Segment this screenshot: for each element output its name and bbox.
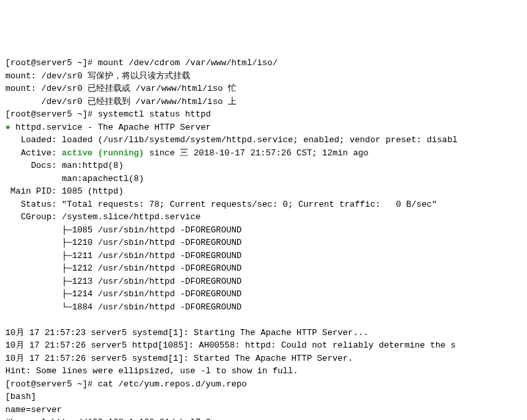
terminal-text: Hint: Some lines were ellipsized, use -l… [5, 366, 298, 376]
terminal-text: CGroup: /system.slice/httpd.service [5, 212, 200, 222]
terminal-line: ├─1211 /usr/sbin/httpd -DFOREGROUND [5, 249, 522, 263]
terminal-line: /dev/sr0 已经挂载到 /var/www/html/iso 上 [5, 95, 522, 109]
terminal-text: active (running) [62, 148, 144, 158]
terminal-line: ● httpd.service - The Apache HTTP Server [5, 121, 522, 134]
terminal-text: ● [5, 122, 16, 132]
terminal-line: Status: "Total requests: 78; Current req… [5, 198, 522, 211]
terminal-line: CGroup: /system.slice/httpd.service [5, 211, 522, 224]
terminal-text: Docs: man:httpd(8) [5, 161, 123, 171]
terminal-line [5, 313, 522, 327]
terminal-text: Loaded: loaded (/usr/lib/systemd/system/… [5, 135, 458, 145]
terminal-line: mount: /dev/sr0 已经挂载或 /var/www/html/iso … [5, 82, 522, 95]
terminal-line: Main PID: 1085 (httpd) [5, 185, 522, 198]
terminal-line: [root@server5 ~]# systemctl status httpd [5, 108, 522, 121]
terminal-text: 10月 17 21:57:26 server5 httpd[1085]: AH0… [5, 340, 456, 350]
terminal-text: └─1884 /usr/sbin/httpd -DFOREGROUND [5, 302, 242, 312]
terminal-text: 10月 17 21:57:23 server5 systemd[1]: Star… [5, 328, 368, 338]
terminal-text: mount: /dev/sr0 写保护，将以只读方式挂载 [5, 71, 190, 81]
terminal-line: [bash] [5, 390, 522, 404]
terminal-output: [root@server5 ~]# mount /dev/cdrom /var/… [5, 57, 522, 420]
terminal-text: [root@server5 ~]# cat /etc/yum.repos.d/y… [5, 379, 247, 389]
terminal-line: Loaded: loaded (/usr/lib/systemd/system/… [5, 134, 522, 147]
terminal-text: man:apachectl(8) [5, 174, 144, 184]
terminal-line: mount: /dev/sr0 写保护，将以只读方式挂载 [5, 70, 522, 83]
terminal-text: ├─1085 /usr/sbin/httpd -DFOREGROUND [5, 225, 242, 235]
terminal-line: 10月 17 21:57:26 server5 systemd[1]: Star… [5, 352, 522, 365]
terminal-line: man:apachectl(8) [5, 172, 522, 186]
terminal-text: ├─1210 /usr/sbin/httpd -DFOREGROUND [5, 238, 242, 248]
terminal-text: Active: [5, 148, 62, 158]
terminal-text: ├─1213 /usr/sbin/httpd -DFOREGROUND [5, 276, 242, 286]
terminal-line: ├─1213 /usr/sbin/httpd -DFOREGROUND [5, 275, 522, 288]
terminal-line: Active: active (running) since 三 2018-10… [5, 147, 522, 160]
terminal-line: ├─1212 /usr/sbin/httpd -DFOREGROUND [5, 262, 522, 275]
terminal-text: ├─1211 /usr/sbin/httpd -DFOREGROUND [5, 251, 242, 261]
terminal-line: Hint: Some lines were ellipsized, use -l… [5, 365, 522, 378]
terminal-line: [root@server5 ~]# cat /etc/yum.repos.d/y… [5, 378, 522, 391]
terminal-text: Main PID: 1085 (httpd) [5, 186, 123, 196]
terminal-line: ├─1210 /usr/sbin/httpd -DFOREGROUND [5, 236, 522, 249]
terminal-line: 10月 17 21:57:23 server5 systemd[1]: Star… [5, 327, 522, 340]
terminal-line: [root@server5 ~]# mount /dev/cdrom /var/… [5, 57, 522, 70]
terminal-text: since 三 2018-10-17 21:57:26 CST; 12min a… [144, 148, 369, 158]
terminal-line: 10月 17 21:57:26 server5 httpd[1085]: AH0… [5, 339, 522, 352]
terminal-line: Docs: man:httpd(8) [5, 159, 522, 172]
terminal-text: /dev/sr0 已经挂载到 /var/www/html/iso 上 [5, 97, 236, 107]
terminal-text: mount: /dev/sr0 已经挂载或 /var/www/html/iso … [5, 84, 236, 93]
terminal-text: [bash] [5, 392, 36, 402]
terminal-text: ├─1214 /usr/sbin/httpd -DFOREGROUND [5, 289, 242, 299]
terminal-line: name=server [5, 404, 522, 417]
terminal-line: #baseurl=http://192.168.1.100:81/rhel7.3 [5, 416, 522, 420]
terminal-text: ├─1212 /usr/sbin/httpd -DFOREGROUND [5, 263, 242, 273]
terminal-text: [root@server5 ~]# systemctl status httpd [5, 109, 211, 119]
terminal-line: ├─1085 /usr/sbin/httpd -DFOREGROUND [5, 224, 522, 237]
terminal-text: #baseurl=http://192.168.1.100:81/rhel7.3 [5, 417, 211, 420]
terminal-text: Status: "Total requests: 78; Current req… [5, 199, 437, 209]
terminal-line: ├─1214 /usr/sbin/httpd -DFOREGROUND [5, 288, 522, 301]
terminal-text: 10月 17 21:57:26 server5 systemd[1]: Star… [5, 354, 353, 363]
terminal-text: httpd.service - The Apache HTTP Server [16, 122, 211, 132]
terminal-text: [root@server5 ~]# mount /dev/cdrom /var/… [5, 58, 277, 68]
terminal-text: name=server [5, 405, 62, 415]
terminal-line: └─1884 /usr/sbin/httpd -DFOREGROUND [5, 301, 522, 314]
